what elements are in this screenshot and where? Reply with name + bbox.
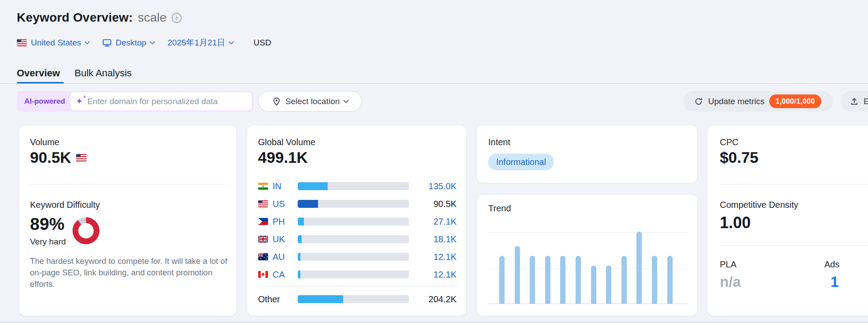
card-divider [720,245,868,246]
country-volume-bar [298,270,409,278]
country-volume-bar [298,253,409,261]
us-flag-icon [258,200,268,207]
trend-bar-chart [488,232,688,304]
export-label: Export [864,97,868,106]
ai-domain-input-group: AI-powered ✦+ [17,91,254,112]
currency-label: USD [254,38,271,48]
quota-badge: 1,000/1,000 [769,94,821,108]
page-title-keyword: scale [138,11,166,25]
country-code-link[interactable]: UK [273,234,285,244]
keyword-difficulty-level: Very hard [30,237,66,247]
chevron-down-icon [150,39,155,45]
global-volume-card: Global Volume 499.1K IN135.0KUS90.5KPH27… [247,125,467,316]
country-volume-value[interactable]: 12.1K [409,252,456,262]
country-code-block: AU [258,252,298,262]
card-divider [258,286,456,286]
country-code-block: IN [258,181,298,192]
in-flag-icon [258,183,268,190]
select-location-label: Select location [285,97,340,106]
country-volume-bar [298,200,409,208]
date-dropdown-label: 2025年1月21日 [168,37,225,49]
plus-circle-icon[interactable]: + [172,13,182,23]
cpc-value: $0.75 [720,149,759,166]
other-volume-bar [298,295,409,303]
update-metrics-label: Update metrics [708,97,764,106]
trend-bar [560,256,565,304]
trend-bar [606,266,611,304]
country-row-other: Other 204.2K [258,290,456,308]
next-section-edge [0,321,868,323]
device-dropdown[interactable]: Desktop [102,38,154,48]
trend-bar [636,232,642,304]
country-volume-value[interactable]: 18.1K [409,234,456,244]
country-volume-value[interactable]: 12.1K [409,270,456,280]
keyword-difficulty-label: Keyword Difficulty [30,200,100,210]
uk-flag-icon [258,236,268,243]
country-row-ph: PH27.1K [258,213,456,230]
country-code-link[interactable]: US [273,199,285,209]
country-volume-value: 90.5K [409,199,456,209]
ads-value[interactable]: 1 [831,274,838,290]
tab-overview[interactable]: Overview [17,68,60,79]
tabs-divider [0,83,868,84]
pla-label: PLA [720,259,737,270]
country-row-au: AU12.1K [258,248,456,266]
ads-label: Ads [824,259,839,270]
pla-value: n/a [720,274,741,290]
trend-card: Trend [476,194,698,316]
card-divider [30,184,226,184]
trend-bar [545,256,550,304]
country-volume-value[interactable]: 27.1K [409,217,456,227]
country-code-link[interactable]: IN [273,181,281,192]
sparkles-icon: ✦+ [76,97,83,105]
country-row-uk: UK18.1K [258,230,456,248]
country-volume-bar [298,235,409,243]
other-volume-bar-fill [298,295,343,303]
country-volume-bar-fill [298,253,300,261]
country-volume-bar-fill [298,270,300,278]
country-code-link[interactable]: AU [273,252,285,262]
intent-badge-informational: Informational [488,154,554,170]
select-location-button[interactable]: Select location [258,91,362,112]
ca-flag-icon [258,271,268,278]
country-dropdown[interactable]: United States [17,38,89,48]
country-dropdown-label: United States [31,38,81,48]
chevron-down-icon [84,39,90,45]
country-code-block: CA [258,270,298,280]
global-volume-rows: IN135.0KUS90.5KPH27.1KUK18.1KAU12.1KCA12… [258,177,456,283]
global-volume-value: 499.1K [258,149,308,166]
trend-bar [591,266,596,304]
cpc-card: CPC $0.75 Competitive Density 1.00 PLA n… [707,125,868,316]
export-button[interactable]: Export [841,91,868,112]
domain-input[interactable] [87,97,247,106]
ph-flag-icon [258,218,268,225]
country-volume-bar [298,218,409,225]
country-volume-bar-fill [298,200,318,208]
intent-label: Intent [488,137,510,147]
other-label: Other [258,294,298,304]
keyword-difficulty-description: The hardest keyword to compete for. It w… [30,255,228,290]
country-code-link[interactable]: PH [273,217,285,227]
card-divider [720,184,868,184]
country-volume-value[interactable]: 135.0K [409,181,456,192]
chevron-down-icon [228,39,234,45]
country-code-link[interactable]: CA [273,270,285,280]
chevron-down-icon [343,98,349,103]
intent-card: Intent Informational [476,125,698,183]
cpc-label: CPC [720,137,738,147]
trend-bar [667,256,673,304]
volume-kd-card: Volume 90.5K Keyword Difficulty 89% Very… [19,125,237,316]
update-metrics-button[interactable]: Update metrics 1,000/1,000 [683,91,833,112]
competitive-density-value: 1.00 [720,214,751,232]
trend-bar [621,256,627,304]
refresh-icon [694,97,703,106]
trend-bar [652,256,657,304]
keyword-overview-page: Keyword Overview: scale + United States … [0,0,868,323]
keyword-difficulty-donut [72,217,100,244]
date-dropdown[interactable]: 2025年1月21日 [168,37,233,49]
other-volume-value: 204.2K [409,294,456,304]
country-code-block: US [258,199,298,209]
map-pin-icon [272,97,281,106]
tab-bulk-analysis[interactable]: Bulk Analysis [75,68,132,79]
volume-label: Volume [30,137,60,147]
